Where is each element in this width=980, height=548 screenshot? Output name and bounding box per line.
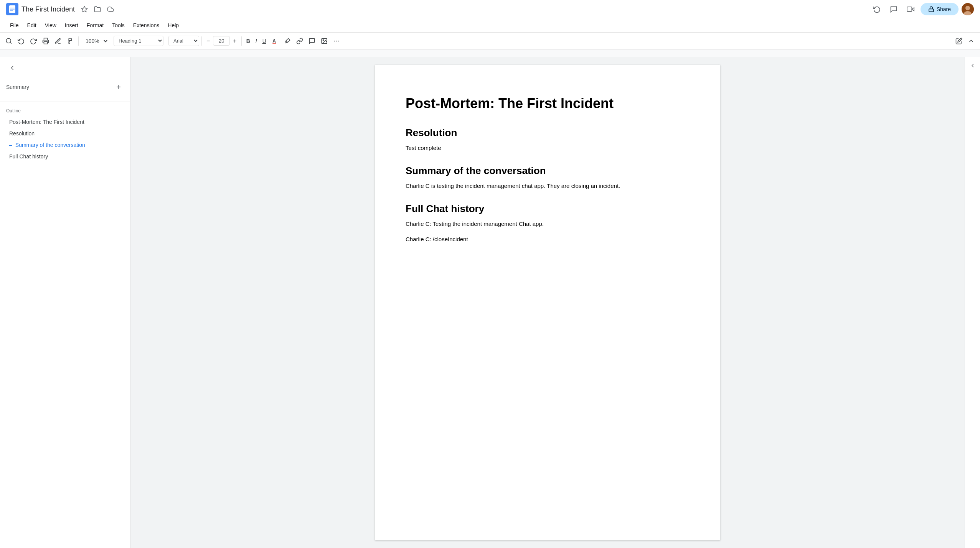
svg-marker-5 [82,7,87,12]
doc-title: The First Incident [21,5,75,13]
doc-page: Post-Mortem: The First Incident Resoluti… [375,65,720,540]
svg-rect-8 [929,9,934,12]
outline-item-4[interactable]: Full Chat history [6,151,124,162]
svg-marker-6 [912,8,914,11]
menu-extensions[interactable]: Extensions [129,21,163,30]
section-body-resolution: Test complete [406,143,690,153]
share-label: Share [937,6,951,12]
svg-rect-7 [907,7,912,12]
highlight-button[interactable] [282,35,293,47]
divider-4 [201,36,202,46]
divider-2 [111,36,111,46]
more-options-button[interactable] [331,35,342,47]
user-avatar[interactable] [962,3,974,15]
section-heading-resolution: Resolution [406,127,690,139]
spellcheck-button[interactable] [52,35,64,47]
sidebar: Summary + Outline Post-Mortem: The First… [0,57,130,548]
svg-point-10 [965,6,970,10]
right-panel [965,57,980,548]
bold-button[interactable]: B [244,36,252,46]
svg-point-12 [6,38,11,43]
search-button[interactable] [3,35,15,47]
italic-button[interactable]: I [253,36,259,46]
svg-point-19 [334,40,335,41]
section-body-chat-line1: Charlie C: Testing the incident manageme… [406,219,690,229]
collapse-toolbar-button[interactable] [965,35,977,47]
redo-button[interactable] [28,35,39,47]
add-summary-button[interactable]: + [113,82,124,92]
svg-point-21 [338,40,339,41]
edit-mode-button[interactable] [953,35,965,47]
section-heading-chat: Full Chat history [406,203,690,215]
paint-format-button[interactable] [64,35,76,47]
toolbar: 100% Heading 1 Normal text Heading 2 Hea… [0,32,980,49]
underline-button[interactable]: U [260,36,269,46]
google-docs-icon [6,3,18,15]
section-body-summary: Charlie C is testing the incident manage… [406,181,690,191]
text-color-button[interactable]: A [269,35,281,47]
svg-line-13 [10,42,11,43]
menu-bar: File Edit View Insert Format Tools Exten… [0,18,980,32]
menu-tools[interactable]: Tools [108,21,129,30]
outline-item-2[interactable]: Resolution [6,128,124,139]
svg-rect-2 [10,8,15,8]
outline-item-1[interactable]: Post-Mortem: The First Incident [6,117,124,127]
ruler [0,49,980,57]
heading-style-select[interactable]: Heading 1 Normal text Heading 2 Heading … [114,36,163,46]
menu-edit[interactable]: Edit [23,21,40,30]
outline-label: Outline [6,108,124,114]
sidebar-back-button[interactable] [6,62,18,74]
svg-text:A: A [272,38,276,43]
share-button[interactable]: Share [921,3,959,15]
menu-view[interactable]: View [41,21,60,30]
right-panel-expand-button[interactable] [967,60,978,71]
font-select[interactable]: Arial [168,36,199,46]
meet-button[interactable] [904,2,917,16]
doc-title-heading: Post-Mortem: The First Incident [406,95,690,112]
section-body-chat-line2: Charlie C: /closeIncident [406,235,690,244]
comments-button[interactable] [887,2,901,16]
image-button[interactable] [318,35,330,47]
document-area[interactable]: Post-Mortem: The First Incident Resoluti… [130,57,965,548]
divider-3 [166,36,166,46]
menu-help[interactable]: Help [164,21,183,30]
svg-point-18 [323,39,323,40]
menu-format[interactable]: Format [83,21,107,30]
svg-rect-4 [10,10,13,11]
svg-rect-3 [10,9,15,10]
favorite-button[interactable] [79,4,89,14]
print-button[interactable] [40,35,51,47]
svg-rect-16 [272,43,276,44]
divider-1 [78,36,79,46]
section-heading-summary: Summary of the conversation [406,165,690,177]
comment-inline-button[interactable] [306,35,318,47]
menu-file[interactable]: File [6,21,23,30]
zoom-select[interactable]: 100% [81,36,109,46]
outline-item-3[interactable]: Summary of the conversation [6,140,124,150]
undo-button[interactable] [15,35,27,47]
history-button[interactable] [870,2,884,16]
folder-button[interactable] [92,4,102,14]
font-size-decrease-button[interactable]: − [204,36,212,46]
menu-insert[interactable]: Insert [61,21,82,30]
link-button[interactable] [294,35,305,47]
svg-point-20 [336,40,337,41]
font-size-increase-button[interactable]: + [231,36,239,46]
cloud-save-button[interactable] [106,4,115,14]
summary-label: Summary [6,84,29,90]
svg-rect-14 [44,41,48,44]
font-size-input[interactable] [213,36,230,46]
divider-5 [241,36,242,46]
